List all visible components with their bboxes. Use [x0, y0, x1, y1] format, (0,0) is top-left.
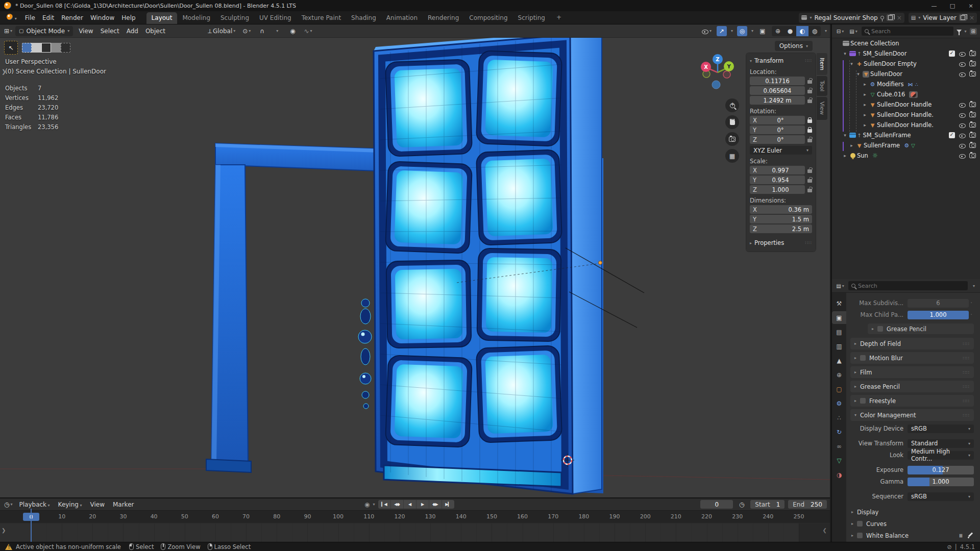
- properties-search-input[interactable]: [858, 283, 965, 289]
- checkbox-icon[interactable]: [857, 533, 863, 538]
- viewport-canvas[interactable]: [0, 38, 830, 497]
- menu-render[interactable]: Render: [58, 13, 87, 22]
- constraints-tab-icon[interactable]: ∞: [832, 440, 846, 453]
- look-dropdown[interactable]: Medium High Contr...▾: [908, 451, 974, 460]
- collapse-icon[interactable]: ▾: [848, 61, 855, 66]
- expand-icon[interactable]: ▸: [862, 92, 868, 97]
- prev-keyframe-button[interactable]: ◀◆: [391, 500, 403, 509]
- shading-dropdown[interactable]: ▾: [825, 29, 827, 33]
- select-subtract-icon[interactable]: [41, 43, 51, 53]
- scale-field-z[interactable]: Z1.000: [750, 185, 805, 194]
- checkbox-checked-icon[interactable]: [949, 51, 955, 57]
- menu-window[interactable]: Window: [87, 13, 118, 22]
- gizmos-dropdown[interactable]: ▾: [731, 29, 733, 33]
- rendered-shading-icon[interactable]: ◍: [808, 26, 821, 36]
- timeline-ruler[interactable]: 0 10203040506070809010011012013014015016…: [0, 510, 830, 523]
- timeline-track[interactable]: ❯ ❮: [0, 523, 830, 542]
- scale-field-x[interactable]: X0.997: [750, 166, 805, 174]
- scene-tab-icon[interactable]: ▲: [832, 354, 846, 367]
- outliner-item-label[interactable]: SullenDoor Empty: [864, 60, 917, 67]
- sidebar-tab-view[interactable]: View: [817, 97, 827, 119]
- outliner-item-label[interactable]: Cube.016: [877, 91, 905, 98]
- viewport-menu-add[interactable]: Add: [123, 27, 142, 36]
- expand-icon[interactable]: ▸: [862, 122, 868, 128]
- checkbox-icon[interactable]: [860, 398, 866, 404]
- options-button[interactable]: Options▾: [775, 41, 813, 51]
- unlock-icon[interactable]: [807, 139, 812, 142]
- wireframe-shading-icon[interactable]: ⊕: [772, 26, 784, 36]
- sidebar-tab-tool[interactable]: Tool: [817, 76, 827, 96]
- eyedropper-icon[interactable]: [968, 533, 974, 539]
- outliner-search[interactable]: [862, 27, 953, 36]
- viewport-menu-select[interactable]: Select: [97, 27, 123, 36]
- dimensions-field-x[interactable]: X0.36 m: [750, 205, 812, 214]
- workspace-tab-shading[interactable]: Shading: [346, 12, 381, 24]
- world-tab-icon[interactable]: ⊕: [832, 368, 846, 381]
- timeline-menu-keying[interactable]: Keying ▾: [55, 500, 86, 509]
- workspace-tab-rendering[interactable]: Rendering: [423, 12, 464, 24]
- sidebar-tab-item[interactable]: Item: [817, 53, 827, 75]
- transform-panel-header[interactable]: ▾Transform∷∷: [750, 56, 812, 65]
- outliner-row-cube-016[interactable]: ▸▽Cube.016: [832, 89, 980, 99]
- sequencer-dropdown[interactable]: sRGB▾: [908, 492, 974, 501]
- door-object[interactable]: [374, 38, 602, 494]
- filter-icon[interactable]: [957, 30, 962, 33]
- menu-help[interactable]: Help: [118, 13, 139, 22]
- collapse-icon[interactable]: ▾: [842, 133, 848, 138]
- close-button[interactable]: ×: [962, 0, 980, 11]
- panel-motion-blur[interactable]: ▸Motion Blur∷∷: [850, 352, 974, 364]
- new-view-layer-button[interactable]: [959, 14, 967, 21]
- timeline-menu-marker[interactable]: Marker: [109, 500, 137, 509]
- editor-type-button[interactable]: ⊞ ▾: [3, 26, 13, 36]
- material-tab-icon[interactable]: ◑: [832, 468, 846, 481]
- panel-depth-of-field[interactable]: ▸Depth of Field∷∷: [850, 338, 974, 349]
- frame-end-field[interactable]: End250: [788, 500, 827, 509]
- camera-view-button[interactable]: [725, 132, 739, 146]
- eye-icon[interactable]: [959, 51, 966, 57]
- outliner-editor-type-button[interactable]: ⊟▾: [835, 26, 845, 36]
- camera-icon[interactable]: [969, 133, 976, 138]
- pin-icon[interactable]: [880, 16, 884, 19]
- snap-settings-dropdown[interactable]: ▾: [272, 26, 282, 36]
- camera-icon[interactable]: [969, 61, 976, 66]
- unlock-icon[interactable]: [807, 189, 812, 192]
- object-tab-icon[interactable]: ▢: [832, 383, 846, 395]
- viewport-3d[interactable]: ⊞ ▾ ▢Object Mode▾ ViewSelectAddObject ⟂ …: [0, 24, 830, 497]
- workspace-tab-animation[interactable]: Animation: [381, 12, 423, 24]
- scene-name[interactable]: Regal Souvenir Shop: [814, 14, 877, 21]
- solid-shading-icon[interactable]: ●: [784, 26, 796, 36]
- unlock-icon[interactable]: [807, 179, 812, 183]
- camera-icon[interactable]: [969, 51, 976, 56]
- properties-panel-header[interactable]: ▸Properties∷∷: [750, 238, 812, 247]
- rotation-mode-dropdown[interactable]: XYZ Euler▾: [750, 146, 812, 155]
- location-field-y[interactable]: 0.065604: [750, 86, 805, 95]
- unlock-icon[interactable]: [807, 169, 812, 173]
- workspace-tab-layout[interactable]: Layout: [146, 12, 178, 24]
- modifiers-tab-icon[interactable]: ⚙: [832, 397, 846, 410]
- particles-tab-icon[interactable]: ∴: [832, 411, 846, 424]
- viewport-menu-view[interactable]: View: [75, 27, 96, 36]
- eye-icon[interactable]: [959, 153, 966, 159]
- timeline-editor-type-button[interactable]: ◷▾: [3, 499, 14, 510]
- expand-icon[interactable]: ▸: [848, 143, 855, 148]
- overlays-dropdown[interactable]: ▾: [751, 29, 753, 33]
- play-button[interactable]: ▶: [416, 500, 429, 509]
- rotation-field-x[interactable]: X0°: [750, 116, 805, 124]
- frame-start-field[interactable]: Start1: [750, 500, 785, 509]
- expand-icon[interactable]: ▸: [862, 102, 868, 107]
- overlays-toggle[interactable]: ◎: [737, 26, 747, 36]
- unlink-scene-button[interactable]: ×: [897, 14, 902, 21]
- collapse-icon[interactable]: ▾: [842, 51, 848, 56]
- toggle-ortho-button[interactable]: ▦: [725, 149, 739, 163]
- dimensions-field-z[interactable]: Z2.5 m: [750, 224, 812, 233]
- dimensions-field-y[interactable]: Y1.5 m: [750, 215, 812, 223]
- active-tool-select-box[interactable]: ↖: [4, 41, 18, 55]
- expand-icon[interactable]: ▸: [842, 153, 848, 158]
- material-preview-icon[interactable]: ◐: [796, 26, 808, 36]
- gizmos-toggle[interactable]: ↗: [717, 26, 727, 36]
- output-tab-icon[interactable]: ▤: [832, 325, 846, 338]
- camera-icon[interactable]: [969, 143, 976, 148]
- outliner-display-mode-button[interactable]: ▤▾: [848, 26, 859, 36]
- subpanel-white-balance[interactable]: ▸White Balance≡: [851, 530, 974, 541]
- display-device-dropdown[interactable]: sRGB▾: [908, 424, 974, 433]
